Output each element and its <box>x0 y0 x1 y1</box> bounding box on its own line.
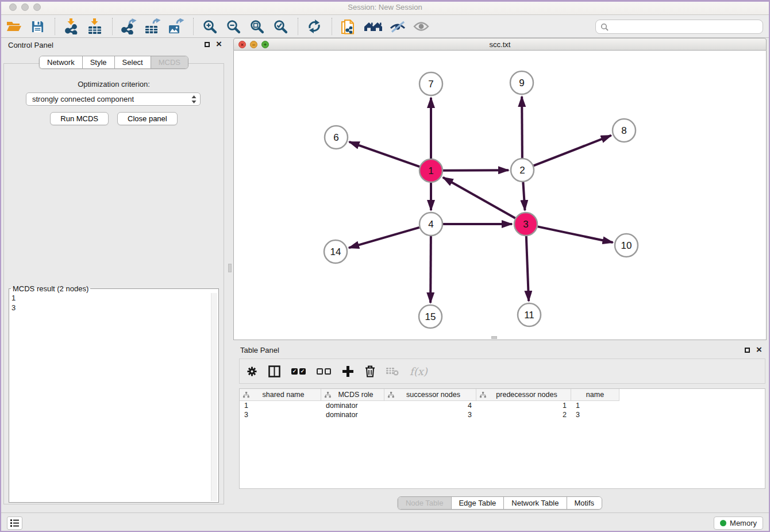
delete-table-button[interactable] <box>386 367 399 376</box>
criterion-dropdown-value: strongly connected component <box>32 95 191 103</box>
column-header-MCDS-role[interactable]: MCDS role <box>321 389 384 401</box>
graph-edge-3-1[interactable] <box>443 178 515 218</box>
tab-network-table[interactable]: Network Table <box>503 497 566 509</box>
import-table-icon <box>87 18 103 34</box>
column-header-shared-name[interactable]: shared name <box>240 389 321 401</box>
zoom-fit-button[interactable] <box>248 17 266 36</box>
table-cell: 3 <box>571 411 619 419</box>
graph-edge-2-8[interactable] <box>534 136 611 166</box>
maximize-network-icon[interactable]: + <box>261 41 269 48</box>
zoom-out-button[interactable] <box>224 17 242 36</box>
export-network-button[interactable] <box>120 17 138 36</box>
add-column-icon <box>342 365 354 377</box>
delete-column-icon <box>365 365 375 377</box>
toolbar-separator <box>55 18 55 35</box>
column-header-predecessor-nodes[interactable]: predecessor nodes <box>476 389 571 401</box>
tab-mcds[interactable]: MCDS <box>151 56 188 68</box>
toolbar-separator <box>298 18 298 35</box>
graph-node-label: 7 <box>428 79 433 90</box>
control-panel-title: Control Panel <box>8 41 53 49</box>
close-panel-icon[interactable]: × <box>216 40 222 48</box>
close-network-icon[interactable]: × <box>238 41 246 48</box>
search-input[interactable] <box>609 22 763 32</box>
add-column-button[interactable] <box>342 365 354 377</box>
close-table-panel-icon[interactable]: × <box>756 346 762 354</box>
table-settings-gear-button[interactable] <box>247 366 257 377</box>
deselect-all-rows-icon <box>317 368 323 375</box>
refresh-view-icon <box>307 19 322 34</box>
close-panel-button[interactable]: Close panel <box>117 112 178 125</box>
table-row[interactable]: 1dominator411 <box>240 401 765 410</box>
toolbar-separator <box>332 18 332 35</box>
save-session-button[interactable] <box>28 17 47 36</box>
delete-column-button[interactable] <box>365 365 375 377</box>
export-table-button[interactable] <box>143 17 161 36</box>
export-image-button[interactable] <box>167 17 185 36</box>
task-history-button[interactable] <box>7 516 22 530</box>
first-neighbors-button[interactable] <box>363 17 383 36</box>
dropdown-stepper-icon <box>191 95 197 104</box>
memory-button[interactable]: Memory <box>714 516 763 530</box>
minimize-network-icon[interactable]: − <box>250 41 257 48</box>
task-history-icon <box>10 519 19 527</box>
table-cell: 3 <box>384 411 476 419</box>
table-cell: 2 <box>476 411 571 419</box>
select-all-rows-button[interactable]: ✓ ✓ <box>291 368 306 375</box>
network-graph: 7968124314101511 <box>234 51 766 342</box>
float-table-panel-icon[interactable] <box>745 348 750 353</box>
column-header-successor-nodes[interactable]: successor nodes <box>384 389 476 401</box>
column-type-icon <box>325 392 331 398</box>
column-type-icon <box>243 392 249 398</box>
graph-node-label: 6 <box>333 132 338 143</box>
control-panel: Control Panel × NetworkStyleSelectMCDS O… <box>0 38 228 510</box>
column-header-name[interactable]: name <box>571 389 619 401</box>
graph-edge-3-11[interactable] <box>526 236 529 301</box>
table-cell: 1 <box>571 402 619 410</box>
tab-select[interactable]: Select <box>114 56 151 68</box>
search-box[interactable] <box>595 20 763 34</box>
show-all-button[interactable] <box>412 17 430 36</box>
table-row[interactable]: 3dominator323 <box>240 410 765 419</box>
zoom-in-button[interactable] <box>201 17 219 36</box>
splitter-handle[interactable] <box>228 264 232 272</box>
result-scrollbar[interactable] <box>211 293 217 501</box>
graph-edge-2-3[interactable] <box>523 182 525 210</box>
hide-selected-button[interactable] <box>388 17 407 36</box>
graph-node-label: 15 <box>425 311 436 322</box>
import-table-button[interactable] <box>86 17 104 36</box>
open-session-button[interactable] <box>5 17 23 36</box>
run-mcds-button[interactable]: Run MCDS <box>50 112 109 125</box>
show-columns-button[interactable] <box>268 365 280 377</box>
column-type-icon <box>388 392 394 398</box>
graph-edge-2-9[interactable] <box>522 97 522 158</box>
deselect-all-rows-button[interactable] <box>317 368 331 375</box>
function-builder-icon[interactable]: f(x) <box>410 365 428 377</box>
graph-edge-4-15[interactable] <box>430 236 431 303</box>
canvas-scroll-handle[interactable] <box>491 336 497 339</box>
mcds-result-text[interactable]: 1 3 <box>11 293 209 501</box>
tab-network[interactable]: Network <box>40 56 82 68</box>
memory-button-label: Memory <box>730 519 757 527</box>
float-panel-icon[interactable] <box>205 42 210 47</box>
zoom-selected-button[interactable] <box>271 17 290 36</box>
tab-style[interactable]: Style <box>82 56 114 68</box>
criterion-dropdown[interactable]: strongly connected component <box>26 92 201 106</box>
tab-node-table[interactable]: Node Table <box>398 497 451 509</box>
network-from-selection-button[interactable] <box>339 17 357 36</box>
graph-edge-1-2[interactable] <box>443 170 509 171</box>
graph-edge-3-10[interactable] <box>538 226 613 242</box>
graph-edge-1-6[interactable] <box>349 142 420 167</box>
table-cell: dominator <box>321 402 384 410</box>
tab-motifs[interactable]: Motifs <box>566 497 602 509</box>
open-session-icon <box>6 20 22 33</box>
network-canvas[interactable]: 7968124314101511 <box>233 51 767 340</box>
import-network-button[interactable] <box>62 17 80 36</box>
refresh-view-button[interactable] <box>305 17 324 36</box>
first-neighbors-icon <box>364 21 383 32</box>
table-cell: 1 <box>240 402 321 410</box>
zoom-out-icon <box>226 19 241 34</box>
tab-edge-table[interactable]: Edge Table <box>451 497 503 509</box>
network-window-titlebar[interactable]: × − + scc.txt <box>233 38 767 51</box>
graph-node-label: 4 <box>428 219 433 230</box>
graph-edge-4-14[interactable] <box>349 228 419 248</box>
